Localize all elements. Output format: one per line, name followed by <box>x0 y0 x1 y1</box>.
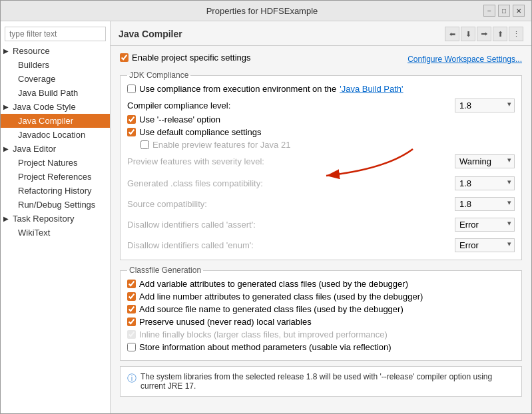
classfile-option-3-checkbox[interactable] <box>127 305 136 313</box>
sidebar-item-label: Java Build Path <box>9 88 78 98</box>
classfile-option-4: Preserve unused (never read) local varia… <box>127 317 515 327</box>
classfile-option-1-label: Add variable attributes to generated cla… <box>139 279 408 289</box>
use-default-row: Use default compliance settings <box>127 127 515 137</box>
disallow-enum-row: Disallow identifiers called 'enum': Erro… <box>127 236 515 254</box>
back-button[interactable]: ⬅ <box>445 27 459 41</box>
sidebar-item-java-code-style[interactable]: ▶ Java Code Style <box>1 100 110 114</box>
sidebar-item-label: Task Repository <box>13 214 74 224</box>
panel-header: Java Compiler ⬅ ⬇ ⮕ ⬆ ⋮ <box>111 21 531 46</box>
classfile-generation-legend: Classfile Generation <box>127 266 203 275</box>
expand-arrow-icon: ▶ <box>3 145 9 152</box>
window-title: Properties for HDFSExample <box>41 6 483 16</box>
use-release-checkbox[interactable] <box>127 115 136 124</box>
source-compat-label: Source compatibility: <box>127 199 207 209</box>
classfile-option-3-label: Add source file name to generated class … <box>139 304 403 314</box>
info-text: The system libraries from the selected r… <box>140 372 515 391</box>
generated-class-select-wrapper: 1.8 <box>455 176 515 190</box>
close-button[interactable]: ✕ <box>513 5 525 17</box>
forward-button[interactable]: ⮕ <box>477 27 491 41</box>
sidebar-item-javadoc-location[interactable]: Javadoc Location <box>1 128 110 142</box>
use-default-checkbox[interactable] <box>127 128 136 136</box>
sidebar-item-task-repository[interactable]: ▶ Task Repository <box>1 212 110 226</box>
classfile-generation-section: Classfile Generation Add variable attrib… <box>120 266 522 361</box>
filter-input[interactable] <box>5 27 106 41</box>
classfile-option-4-checkbox[interactable] <box>127 317 136 326</box>
sidebar-item-project-natures[interactable]: Project Natures <box>1 156 110 170</box>
use-compliance-checkbox[interactable] <box>127 85 136 93</box>
sidebar-item-java-build-path[interactable]: Java Build Path <box>1 86 110 100</box>
enable-preview-checkbox[interactable] <box>140 140 149 149</box>
sidebar-item-label: Java Compiler <box>9 116 73 126</box>
sidebar-item-java-editor[interactable]: ▶ Java Editor <box>1 142 110 156</box>
minimize-button[interactable]: − <box>483 5 495 17</box>
jdk-compliance-section: JDK Compliance Use compliance from execu… <box>120 71 522 260</box>
java-build-path-link[interactable]: 'Java Build Path' <box>340 84 403 94</box>
use-compliance-row: Use compliance from execution environmen… <box>127 84 515 94</box>
sidebar-item-label: WikiText <box>9 228 50 238</box>
sidebar-item-wikitext[interactable]: WikiText <box>1 226 110 240</box>
classfile-option-5-checkbox[interactable] <box>127 330 136 339</box>
classfile-option-5: Inline finally blocks (larger class file… <box>127 329 515 339</box>
generated-class-label: Generated .class files compatibility: <box>127 178 263 188</box>
disallow-assert-label: Disallow identifiers called 'assert': <box>127 220 256 230</box>
more-button[interactable]: ⋮ <box>509 27 523 41</box>
classfile-option-1-checkbox[interactable] <box>127 280 136 288</box>
use-compliance-label: Use compliance from execution environmen… <box>139 84 336 94</box>
disallow-enum-select[interactable]: Error Warning Ignore <box>455 238 515 252</box>
title-bar: Properties for HDFSExample − □ ✕ <box>1 1 531 21</box>
enable-preview-label: Enable preview features for Java 21 <box>152 140 290 150</box>
classfile-option-4-label: Preserve unused (never read) local varia… <box>139 317 312 327</box>
maximize-button[interactable]: □ <box>498 5 510 17</box>
disallow-enum-label: Disallow identifiers called 'enum': <box>127 240 254 250</box>
disallow-assert-select[interactable]: Error Warning Ignore <box>455 218 515 232</box>
generated-class-row: Generated .class files compatibility: 1.… <box>127 174 515 192</box>
content-area: ▶ Resource Builders Coverage Java Build … <box>1 21 531 413</box>
sidebar: ▶ Resource Builders Coverage Java Build … <box>1 21 111 413</box>
jdk-compliance-legend: JDK Compliance <box>127 71 190 80</box>
sidebar-item-label: Project Natures <box>9 158 78 168</box>
classfile-option-2-checkbox[interactable] <box>127 292 136 301</box>
down-button[interactable]: ⬇ <box>461 27 475 41</box>
sidebar-item-label: Refactoring History <box>9 186 92 196</box>
classfile-option-2: Add line number attributes to generated … <box>127 292 515 302</box>
sidebar-item-label: Javadoc Location <box>9 130 85 140</box>
source-compat-select-wrapper: 1.8 <box>455 197 515 211</box>
sidebar-item-label: Java Code Style <box>13 102 76 112</box>
sidebar-item-project-references[interactable]: Project References <box>1 170 110 184</box>
disallow-assert-select-wrapper: Error Warning Ignore <box>455 218 515 232</box>
source-compat-row: Source compatibility: 1.8 <box>127 195 515 213</box>
up-button[interactable]: ⬆ <box>493 27 507 41</box>
sidebar-item-resource[interactable]: ▶ Resource <box>1 44 110 58</box>
enable-checkbox-row: Enable project specific settings <box>120 53 250 63</box>
classfile-option-1: Add variable attributes to generated cla… <box>127 279 515 289</box>
compiler-level-select[interactable]: 1.5 1.6 1.7 1.8 9 11 17 21 <box>455 99 515 112</box>
info-bar: ⓘ The system libraries from the selected… <box>120 366 522 397</box>
expand-arrow-icon: ▶ <box>3 47 9 55</box>
enable-settings-label: Enable project specific settings <box>132 53 250 63</box>
panel-toolbar: ⬅ ⬇ ⮕ ⬆ ⋮ <box>445 27 523 41</box>
classfile-option-6: Store information about method parameter… <box>127 342 515 352</box>
preview-severity-row: Preview features with severity level: Er… <box>127 152 515 170</box>
sidebar-item-refactoring-history[interactable]: Refactoring History <box>1 184 110 198</box>
source-compat-select[interactable]: 1.8 <box>455 197 515 211</box>
compiler-level-select-wrapper: 1.5 1.6 1.7 1.8 9 11 17 21 <box>455 99 515 112</box>
classfile-option-2-label: Add line number attributes to generated … <box>139 292 423 302</box>
window-controls: − □ ✕ <box>483 5 525 17</box>
compiler-level-row: Compiler compliance level: 1.5 1.6 1.7 1… <box>127 97 515 114</box>
enable-settings-checkbox[interactable] <box>120 53 129 62</box>
classfile-option-6-checkbox[interactable] <box>127 343 136 351</box>
sidebar-item-builders[interactable]: Builders <box>1 58 110 72</box>
sidebar-item-coverage[interactable]: Coverage <box>1 72 110 86</box>
main-window: Properties for HDFSExample − □ ✕ ▶ Resou… <box>0 0 532 414</box>
sidebar-item-run-debug-settings[interactable]: Run/Debug Settings <box>1 198 110 212</box>
use-release-label: Use '--release' option <box>139 114 220 124</box>
classfile-option-5-label: Inline finally blocks (larger class file… <box>139 329 388 339</box>
expand-arrow-icon: ▶ <box>3 215 9 222</box>
generated-class-select[interactable]: 1.8 <box>455 176 515 190</box>
configure-workspace-link[interactable]: Configure Workspace Settings... <box>407 55 522 64</box>
use-default-label: Use default compliance settings <box>139 127 262 137</box>
preview-severity-select[interactable]: Error Warning Info Ignore <box>455 154 515 168</box>
classfile-option-6-label: Store information about method parameter… <box>139 342 392 352</box>
sidebar-item-label: Coverage <box>9 74 55 84</box>
sidebar-item-java-compiler[interactable]: Java Compiler <box>1 114 110 128</box>
